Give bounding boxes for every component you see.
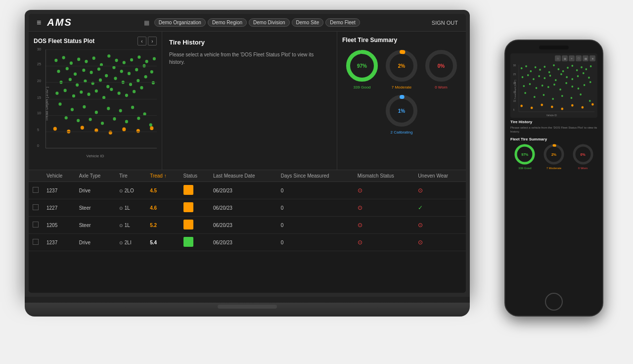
phone-moderate-donut-container: 2% <box>543 143 565 166</box>
col-date[interactable]: Last Measure Date <box>209 170 277 182</box>
moderate-donut-wrap: 2% 7 Moderate <box>384 48 419 90</box>
good-donut: 97% <box>345 48 379 83</box>
status-badge <box>183 220 193 229</box>
col-tread[interactable]: Tread ↑ <box>146 170 179 182</box>
row2-uneven: ✓ <box>414 199 466 217</box>
svg-point-63 <box>95 111 98 114</box>
breadcrumb-division[interactable]: Demo Division <box>249 18 289 27</box>
svg-point-74 <box>137 117 140 120</box>
svg-point-127 <box>565 82 567 84</box>
row2-status <box>180 199 209 217</box>
phone-toolbar-btn-1[interactable]: ⌂ <box>555 55 561 61</box>
svg-point-18 <box>90 71 93 74</box>
good-donut-wrap: 97% 339 Good <box>345 48 379 90</box>
svg-point-20 <box>105 74 108 78</box>
col-tire[interactable]: Tire <box>115 170 146 182</box>
svg-point-75 <box>149 123 152 127</box>
dos-next-button[interactable]: › <box>148 37 157 46</box>
table-row: 1237 Drive ⊙ 2LO 4.5 06/20/23 0 ⊙ ⊙ <box>29 182 466 199</box>
phone-worn-donut: 0% 0 Worn <box>572 143 594 170</box>
phone-home-button[interactable] <box>545 293 563 311</box>
col-axle[interactable]: Axle Type <box>75 170 115 182</box>
tire-history-title: Tire History <box>169 39 330 46</box>
worn-label: 0 Worn <box>435 85 448 90</box>
phone-tire-history-title: Tire History <box>510 120 597 124</box>
row4-status <box>180 234 209 251</box>
moderate-pct: 2% <box>398 63 405 69</box>
menu-icon[interactable]: ≡ <box>37 18 41 27</box>
app-logo: AMS <box>47 17 72 28</box>
col-vehicle[interactable]: Vehicle <box>43 170 75 182</box>
grid-line-20 <box>46 82 157 83</box>
phone-tire-history-desc: Please select a vehicle from the 'DOS Fl… <box>510 126 597 134</box>
worn-donut-wrap: 0% 0 Worn <box>424 48 458 90</box>
row3-days: 0 <box>277 217 354 234</box>
row3-checkbox[interactable] <box>33 222 39 228</box>
breadcrumb-fleet[interactable]: Demo Fleet <box>325 18 360 27</box>
phone-toolbar-btn-4[interactable]: □ <box>576 55 582 61</box>
svg-point-123 <box>542 85 543 87</box>
svg-point-39 <box>152 81 155 85</box>
breadcrumb-region[interactable]: Demo Region <box>208 18 247 27</box>
phone-toolbar-btn-5[interactable]: ⊠ <box>583 55 588 61</box>
col-uneven[interactable]: Uneven Wear <box>414 170 466 182</box>
row3-mismatch: ⊙ <box>354 217 414 234</box>
phone-good-donut: 97% 339 Good <box>513 143 536 170</box>
dos-prev-button[interactable]: ‹ <box>137 37 146 46</box>
svg-point-11 <box>137 55 140 59</box>
svg-point-110 <box>538 75 540 77</box>
row3-uneven: ⊙ <box>414 217 466 234</box>
breadcrumb-org[interactable]: Demo Organization <box>154 18 206 27</box>
svg-point-34 <box>114 77 117 80</box>
svg-text:5: 5 <box>513 109 515 111</box>
svg-point-71 <box>101 122 104 125</box>
svg-point-12 <box>145 60 148 63</box>
phone-scatter-svg: 30 25 20 15 10 5 <box>512 62 595 117</box>
svg-point-69 <box>77 119 80 122</box>
svg-point-109 <box>533 78 535 80</box>
svg-point-3 <box>77 58 80 61</box>
phone-toolbar-btn-2[interactable]: ⊕ <box>562 55 568 61</box>
breadcrumb-site[interactable]: Demo Site <box>292 18 324 27</box>
y-tick-30: 30 <box>37 47 41 51</box>
svg-text:Tread Depth [1/32"]: Tread Depth [1/32"] <box>514 80 517 99</box>
svg-point-103 <box>576 69 578 71</box>
dos-nav-buttons: ‹ › <box>137 37 157 46</box>
mismatch-warn-icon: ⊙ <box>358 204 362 211</box>
uneven-warn-icon: ⊙ <box>418 239 423 246</box>
svg-point-66 <box>131 106 134 109</box>
phone: ⌂ ⊕ + □ ⊠ ✕ 30 25 20 15 <box>504 40 603 317</box>
worn-pct: 0% <box>438 63 445 69</box>
tire-icon: ⊙ <box>119 188 123 193</box>
phone-toolbar-btn-6[interactable]: ✕ <box>589 55 595 61</box>
svg-point-91 <box>521 67 523 69</box>
svg-point-125 <box>553 84 555 86</box>
fleet-table: Vehicle Axle Type Tire Tread ↑ Status La… <box>29 170 466 251</box>
tire-icon: ⊙ <box>119 240 123 245</box>
col-mismatch[interactable]: Mismatch Status <box>354 170 414 182</box>
svg-text:30: 30 <box>513 64 516 67</box>
breadcrumb-area: ▦ Demo Organization Demo Region Demo Div… <box>144 18 360 27</box>
col-days[interactable]: Days Since Measured <box>277 170 354 182</box>
phone-toolbar-btn-3[interactable]: + <box>569 55 575 61</box>
row4-checkbox[interactable] <box>33 239 39 245</box>
svg-point-61 <box>71 108 74 111</box>
row2-checkbox[interactable] <box>33 204 39 210</box>
col-status[interactable]: Status <box>180 170 209 182</box>
top-panels: DOS Fleet Status Plot ‹ › Tread Depth [1… <box>29 32 466 170</box>
calibrating-donut-wrap: 1% 2 Calibrating <box>384 93 419 135</box>
svg-point-139 <box>591 103 594 106</box>
row1-mismatch: ⊙ <box>354 182 414 199</box>
row1-date: 06/20/23 <box>209 182 277 199</box>
uneven-check-icon: ✓ <box>418 204 423 211</box>
svg-point-146 <box>580 93 582 95</box>
row1-uneven: ⊙ <box>414 182 466 199</box>
row1-checkbox[interactable] <box>33 187 39 193</box>
dos-panel-title-row: DOS Fleet Status Plot ‹ › <box>34 37 157 46</box>
sign-out-button[interactable]: SIGN OUT <box>432 20 458 26</box>
svg-point-124 <box>547 86 549 88</box>
phone-moderate-donut: 2% 7 Moderate <box>543 143 565 170</box>
phone-good-pct: 97% <box>521 152 528 156</box>
dos-fleet-panel: DOS Fleet Status Plot ‹ › Tread Depth [1… <box>29 32 162 170</box>
svg-point-70 <box>89 118 92 121</box>
